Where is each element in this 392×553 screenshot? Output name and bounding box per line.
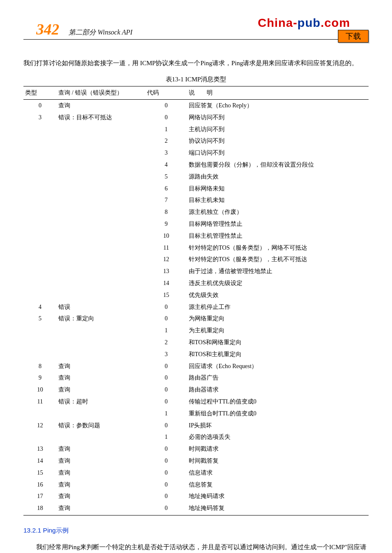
table-row: 16查询0信息答复 (23, 479, 369, 491)
cell-code: 3 (145, 147, 187, 159)
cell-query-error (57, 194, 145, 206)
logo-text: China-pub.com (258, 16, 350, 29)
table-row: 1重新组合时TTL的值变成0 (23, 408, 369, 420)
table-row: 15优先级失效 (23, 289, 369, 301)
table-row: 4数据包需要分段（分解），但却没有设置分段位 (23, 159, 369, 171)
cell-type (23, 408, 57, 420)
cell-type: 11 (23, 396, 57, 408)
download-button[interactable]: 下载 (338, 30, 369, 43)
table-row: 2协议访问不到 (23, 135, 369, 147)
cell-code: 3 (145, 349, 187, 360)
table-row: 2和TOS和网络重定向 (23, 337, 369, 349)
cell-desc: 针对特定的TOS（服务类型），主机不可抵达 (187, 253, 369, 265)
cell-type (23, 265, 57, 277)
table-row: 18查询0地址掩码答复 (23, 502, 369, 515)
cell-desc: 目标网络管理性禁止 (187, 218, 369, 230)
cell-type (23, 289, 57, 301)
table-row: 14违反主机优先级设定 (23, 277, 369, 289)
cell-desc: 源主机独立（作废） (187, 206, 369, 218)
icmp-table: 类型 查询 / 错误（错误类型） 代码 说明 0查询0回应答复（Echo Rep… (23, 86, 369, 516)
table-row: 1为主机重定向 (23, 325, 369, 337)
cell-query-error (57, 277, 145, 289)
cell-code: 0 (145, 313, 187, 325)
cell-query-error: 查询 (57, 490, 145, 502)
table-row: 11针对特定的TOS（服务类型），网络不可抵达 (23, 242, 369, 254)
logo: China-pub.com 下载 (258, 16, 369, 38)
cell-code: 0 (145, 443, 187, 455)
cell-type: 0 (23, 100, 57, 112)
cell-query-error: 查询 (57, 455, 145, 467)
table-row: 11错误：超时0传输过程中TTL的值变成0 (23, 396, 369, 408)
cell-query-error (57, 218, 145, 230)
cell-code: 1 (145, 408, 187, 420)
cell-type: 14 (23, 455, 57, 467)
table-row: 3端口访问不到 (23, 147, 369, 159)
cell-code: 0 (145, 360, 187, 372)
cell-query-error: 查询 (57, 502, 145, 515)
cell-desc: 优先级失效 (187, 289, 369, 301)
cell-desc: 地址掩码答复 (187, 502, 369, 515)
table-row: 8查询0回应请求（Echo Request） (23, 360, 369, 372)
cell-query-error: 查询 (57, 100, 145, 112)
cell-query-error: 错误：超时 (57, 396, 145, 408)
th-query-error: 查询 / 错误（错误类型） (57, 86, 145, 100)
table-row: 10查询0路由器请求 (23, 384, 369, 396)
cell-code: 9 (145, 218, 187, 230)
cell-code: 0 (145, 479, 187, 491)
cell-code: 0 (145, 420, 187, 432)
cell-code: 1 (145, 431, 187, 443)
cell-code: 14 (145, 277, 187, 289)
cell-code: 0 (145, 384, 187, 396)
cell-code: 0 (145, 490, 187, 502)
cell-query-error (57, 289, 145, 301)
cell-type: 12 (23, 420, 57, 432)
section-heading: 13.2.1 Ping示例 (23, 527, 369, 535)
cell-type: 4 (23, 301, 57, 313)
cell-desc: 针对特定的TOS（服务类型），网络不可抵达 (187, 242, 369, 254)
cell-type (23, 242, 57, 254)
cell-code: 0 (145, 396, 187, 408)
cell-code: 12 (145, 253, 187, 265)
cell-type (23, 147, 57, 159)
cell-code: 0 (145, 455, 187, 467)
table-caption: 表13-1 ICMP消息类型 (23, 75, 369, 84)
cell-desc: 目标主机未知 (187, 194, 369, 206)
cell-code: 13 (145, 265, 187, 277)
cell-desc: 地址掩码请求 (187, 490, 369, 502)
cell-code: 10 (145, 230, 187, 242)
cell-desc: 重新组合时TTL的值变成0 (187, 408, 369, 420)
cell-desc: 违反主机优先级设定 (187, 277, 369, 289)
table-row: 13由于过滤，通信被管理性地禁止 (23, 265, 369, 277)
cell-desc: 时间戳答复 (187, 455, 369, 467)
cell-desc: 必需的选项丢失 (187, 431, 369, 443)
cell-type: 10 (23, 384, 57, 396)
table-row: 10目标主机管理性禁止 (23, 230, 369, 242)
cell-desc: 为主机重定向 (187, 325, 369, 337)
cell-type: 16 (23, 479, 57, 491)
cell-query-error (57, 183, 145, 195)
table-row: 4错误0源主机停止工作 (23, 301, 369, 313)
cell-query-error (57, 408, 145, 420)
table-row: 17查询0地址掩码请求 (23, 490, 369, 502)
table-row: 14查询0时间戳答复 (23, 455, 369, 467)
cell-query-error (57, 242, 145, 254)
cell-desc: 时间戳请求 (187, 443, 369, 455)
cell-desc: 网络访问不到 (187, 112, 369, 124)
cell-desc: IP头损坏 (187, 420, 369, 432)
cell-desc: 源主机停止工作 (187, 301, 369, 313)
table-header-row: 类型 查询 / 错误（错误类型） 代码 说明 (23, 86, 369, 100)
cell-query-error: 查询 (57, 372, 145, 384)
table-row: 15查询0信息请求 (23, 467, 369, 479)
cell-query-error (57, 230, 145, 242)
cell-query-error (57, 253, 145, 265)
table-row: 0查询0回应答复（Echo Reply） (23, 100, 369, 112)
cell-desc: 信息请求 (187, 467, 369, 479)
th-code: 代码 (145, 86, 187, 100)
cell-desc: 回应答复（Echo Reply） (187, 100, 369, 112)
cell-query-error: 查询 (57, 384, 145, 396)
cell-desc: 路由器广告 (187, 372, 369, 384)
cell-code: 0 (145, 372, 187, 384)
cell-type: 13 (23, 443, 57, 455)
th-desc: 说明 (187, 86, 369, 100)
table-row: 13查询0时间戳请求 (23, 443, 369, 455)
